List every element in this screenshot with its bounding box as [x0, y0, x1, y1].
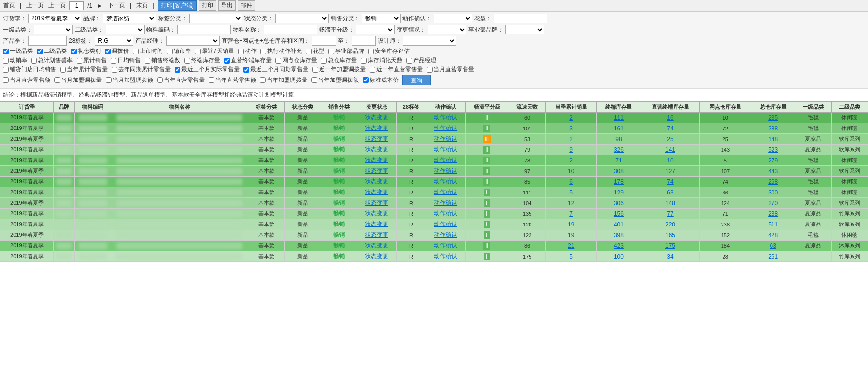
- cell-direct-stock[interactable]: 63: [641, 187, 700, 198]
- cb-first-category[interactable]: 一级品类: [3, 47, 33, 55]
- product-season-input[interactable]: [28, 36, 67, 46]
- cell-direct-stock[interactable]: 175: [641, 241, 700, 251]
- cb-last-year-cumulative-retail[interactable]: 去年同期累计零售量: [112, 65, 171, 74]
- cell-direct-stock[interactable]: 10: [641, 155, 700, 166]
- cell-action[interactable]: 动作确认: [426, 251, 466, 262]
- first-category-select[interactable]: [34, 25, 73, 34]
- cb-year-direct-retail-amount[interactable]: 当年直营零售额: [209, 76, 256, 84]
- cell-season-sales[interactable]: 2: [546, 134, 597, 145]
- cb-status-type[interactable]: 状态类别: [71, 47, 101, 55]
- cell-total-stock[interactable]: 238: [751, 209, 795, 219]
- cell-terminal-stock[interactable]: 308: [597, 166, 641, 177]
- cell-terminal-stock[interactable]: 98: [597, 134, 641, 145]
- cell-direct-stock[interactable]: 165: [641, 230, 700, 241]
- cell-total-stock[interactable]: 148: [751, 134, 795, 145]
- up-page-btn[interactable]: 上一页: [25, 1, 45, 10]
- up-page-label[interactable]: 上一页: [47, 1, 67, 10]
- cell-direct-stock[interactable]: 25: [641, 134, 700, 145]
- down-page-btn[interactable]: ►: [96, 2, 104, 10]
- cell-terminal-stock[interactable]: 306: [597, 198, 641, 209]
- cb-terminal-stock[interactable]: 终端库存量: [184, 56, 220, 65]
- cell-total-stock[interactable]: 300: [751, 187, 795, 198]
- cell-direct-stock[interactable]: 16: [641, 113, 700, 123]
- cb-sell-rate[interactable]: 动销率: [3, 56, 27, 65]
- cell-terminal-stock[interactable]: 398: [597, 230, 641, 241]
- cb-transfer-price[interactable]: 调拨价: [105, 47, 129, 55]
- flower-input[interactable]: [494, 14, 547, 23]
- cb-store-daily-sales[interactable]: 铺货门店日均销售: [3, 65, 56, 74]
- cell-action[interactable]: 动作确认: [426, 123, 466, 134]
- cell-season-sales[interactable]: 19: [546, 219, 597, 230]
- cell-action[interactable]: 动作确认: [426, 177, 466, 187]
- cell-total-stock[interactable]: 261: [751, 251, 795, 262]
- export-btn[interactable]: 导出: [218, 0, 236, 11]
- brand-select[interactable]: 梦洁家纺: [103, 14, 156, 23]
- cell-total-stock[interactable]: 63: [751, 241, 795, 251]
- cell-terminal-stock[interactable]: 401: [597, 219, 641, 230]
- cell-direct-stock[interactable]: 127: [641, 166, 700, 177]
- print-client-btn[interactable]: 打印[客户端]: [158, 0, 197, 11]
- cb-direct-terminal-stock[interactable]: 直营终端库存量: [224, 56, 272, 65]
- home-link[interactable]: 首页: [2, 1, 16, 10]
- cb-month-direct-retail-amount[interactable]: 当月直营零售额: [3, 76, 50, 84]
- cb-dept-brand[interactable]: 事业部品牌: [328, 47, 364, 55]
- warehouse-range-to[interactable]: [352, 36, 376, 46]
- cell-action[interactable]: 动作确认: [426, 145, 466, 155]
- cell-change[interactable]: 状态变更: [357, 134, 397, 145]
- cell-change[interactable]: 状态变更: [357, 155, 397, 166]
- cell-action[interactable]: 动作确认: [426, 198, 466, 209]
- cell-action[interactable]: 动作确认: [426, 209, 466, 219]
- cell-action[interactable]: 动作确认: [426, 219, 466, 230]
- cb-3month-same-retail[interactable]: 最近三个月同期零售量: [243, 65, 308, 74]
- cell-direct-stock[interactable]: 148: [641, 198, 700, 209]
- down-page-label[interactable]: 下一页: [106, 1, 127, 10]
- cell-total-stock[interactable]: 288: [751, 123, 795, 134]
- last-page-btn[interactable]: 末页: [135, 1, 149, 10]
- cell-change[interactable]: 状态变更: [357, 187, 397, 198]
- designer-select[interactable]: [403, 36, 456, 46]
- cb-flower-type[interactable]: 花型: [306, 47, 324, 55]
- cb-exec-supplement[interactable]: 执行动作补充: [260, 47, 302, 55]
- slow-moving-select[interactable]: [356, 25, 395, 34]
- cell-action[interactable]: 动作确认: [426, 134, 466, 145]
- cell-direct-stock[interactable]: 141: [641, 145, 700, 155]
- cell-change[interactable]: 状态变更: [357, 198, 397, 209]
- cell-season-sales[interactable]: 7: [546, 209, 597, 219]
- cb-year-franchise-transfer[interactable]: 近一年加盟调拨量: [312, 65, 366, 74]
- cb-7day-sales[interactable]: 最近7天销量: [195, 47, 234, 55]
- cell-season-sales[interactable]: 21: [546, 241, 597, 251]
- tag-category-select[interactable]: [189, 14, 242, 23]
- cell-terminal-stock[interactable]: 423: [597, 241, 641, 251]
- cell-change[interactable]: 状态变更: [357, 241, 397, 251]
- status-category-select[interactable]: [275, 14, 329, 23]
- cell-season-sales[interactable]: 19: [546, 230, 597, 241]
- cell-change[interactable]: 状态变更: [357, 123, 397, 134]
- cb-year-franchise-transfer-qty[interactable]: 当年加盟调拨量: [260, 76, 307, 84]
- cell-season-sales[interactable]: 12: [546, 198, 597, 209]
- cb-action[interactable]: 动作: [238, 47, 257, 55]
- cb-month-franchise-transfer-amount[interactable]: 当月加盟调拨额: [106, 76, 153, 84]
- cb-total-sellout-rate[interactable]: 总计划售罄率: [31, 56, 73, 65]
- cell-season-sales[interactable]: 10: [546, 166, 597, 177]
- second-category-select[interactable]: [106, 25, 145, 34]
- cell-terminal-stock[interactable]: 178: [597, 177, 641, 187]
- cell-action[interactable]: 动作确认: [426, 187, 466, 198]
- cell-action[interactable]: 动作确认: [426, 166, 466, 177]
- cell-action[interactable]: 动作确认: [426, 230, 466, 241]
- tag28-select[interactable]: R,G: [95, 36, 133, 46]
- cell-total-stock[interactable]: 511: [751, 219, 795, 230]
- cell-total-stock[interactable]: 428: [751, 230, 795, 241]
- cb-network-warehouse[interactable]: 网点仓库存量: [275, 56, 317, 65]
- warehouse-range-from[interactable]: [312, 36, 336, 46]
- sales-category-select[interactable]: 畅销: [362, 14, 401, 23]
- cell-change[interactable]: 状态变更: [357, 177, 397, 187]
- product-manager-select[interactable]: [166, 36, 220, 46]
- cell-change[interactable]: 状态变更: [357, 209, 397, 219]
- cell-change[interactable]: 状态变更: [357, 230, 397, 241]
- cell-season-sales[interactable]: 9: [546, 145, 597, 155]
- change-situation-select[interactable]: [428, 25, 466, 34]
- cell-terminal-stock[interactable]: 111: [597, 113, 641, 123]
- dept-brand-select[interactable]: [505, 25, 544, 34]
- cell-action[interactable]: 动作确认: [426, 241, 466, 251]
- cb-month-franchise-transfer-qty[interactable]: 当月加盟调拨量: [54, 76, 102, 84]
